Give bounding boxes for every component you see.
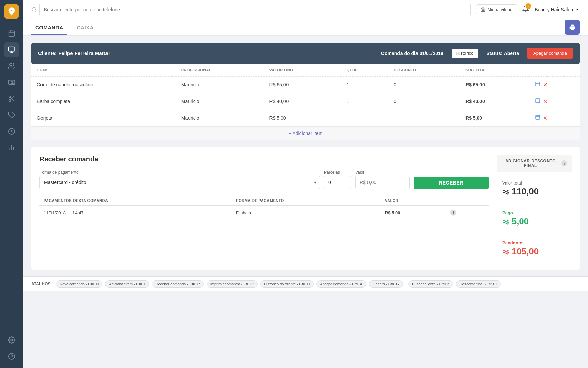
svg-point-17 xyxy=(11,339,13,341)
edit-item-icon[interactable] xyxy=(535,98,540,105)
shortcuts-bar: ATALHOS Nova comanda - Ctrl+N Adicionar … xyxy=(23,276,588,291)
edit-item-icon[interactable] xyxy=(535,81,540,88)
tab-comanda[interactable]: COMANDA xyxy=(31,19,67,35)
item-valor-unit: R$ 5,00 xyxy=(264,110,341,127)
valor-total-card: Valor total R$ 110,00 xyxy=(497,176,572,202)
page-content: COMANDA CAIXA Cliente: Felipe Ferreira M… xyxy=(23,19,588,368)
svg-rect-23 xyxy=(536,82,540,86)
sidebar-item-help[interactable] xyxy=(4,349,19,364)
sidebar-item-pos[interactable] xyxy=(4,42,19,57)
table-row: Corte de cabelo masculino Mauricio R$ 65… xyxy=(31,77,580,93)
historico-button[interactable]: Histórico xyxy=(452,49,478,58)
item-profissional: Mauricio xyxy=(176,77,264,93)
sidebar-item-calendar[interactable] xyxy=(4,26,19,41)
minha-vitrine-button[interactable]: Minha vitrine xyxy=(476,4,517,14)
shortcut-buscar[interactable]: Buscar cliente - Ctrl+B xyxy=(408,280,453,288)
sidebar-item-settings[interactable] xyxy=(4,333,19,348)
page-body: Cliente: Felipe Ferreira Mattar Comanda … xyxy=(23,36,588,276)
tabs-container: COMANDA CAIXA xyxy=(23,19,588,36)
search-bar xyxy=(31,3,471,16)
search-input[interactable] xyxy=(39,3,471,16)
item-valor-unit: R$ 65,00 xyxy=(264,77,341,93)
col-valor-unit: VALOR UNIT. xyxy=(264,64,341,77)
svg-rect-24 xyxy=(536,99,540,103)
payment-method-group: Forma de pagamento Mastercard - crédito xyxy=(39,170,320,189)
sidebar-item-scissors[interactable] xyxy=(4,91,19,106)
item-desconto xyxy=(388,110,460,127)
items-table: ITENS PROFISSIONAL VALOR UNIT. QTDE DESC… xyxy=(31,64,580,126)
shortcut-imprimir[interactable]: Imprimir comanda - Ctrl+P xyxy=(207,280,258,288)
app-logo[interactable] xyxy=(4,4,19,19)
desconto-info-icon[interactable]: i xyxy=(561,160,567,166)
print-button[interactable] xyxy=(565,20,580,35)
apagar-comanda-button[interactable]: Apagar comanda xyxy=(527,48,573,59)
search-icon xyxy=(31,7,37,12)
sidebar xyxy=(0,0,23,368)
delete-item-icon[interactable]: ✕ xyxy=(543,115,548,122)
tab-caixa[interactable]: CAIXA xyxy=(73,19,98,35)
col-itens: ITENS xyxy=(31,64,176,77)
svg-point-5 xyxy=(10,63,12,66)
svg-point-20 xyxy=(32,7,35,11)
shortcut-receber[interactable]: Receber comanda - Ctrl+R xyxy=(152,280,204,288)
receber-button[interactable]: RECEBER xyxy=(414,177,489,189)
parcelas-label: Parcelas xyxy=(324,170,351,175)
shortcut-gorjeta[interactable]: Gorjeta - Ctrl+G xyxy=(369,280,403,288)
delete-item-icon[interactable]: ✕ xyxy=(543,98,548,105)
sidebar-item-analytics[interactable] xyxy=(4,140,19,155)
app-header: Minha vitrine 2 Beauty Hair Salon xyxy=(23,0,588,19)
add-item-button[interactable]: + Adicionar item xyxy=(31,126,580,140)
svg-line-10 xyxy=(12,99,14,101)
item-qtde: 1 xyxy=(341,93,389,110)
payment-date: 11/01/2018 — 14:47 xyxy=(39,206,232,220)
shortcut-apagar[interactable]: Apagar comanda - Ctrl+A xyxy=(316,280,366,288)
sidebar-item-id[interactable] xyxy=(4,75,19,90)
print-icon xyxy=(569,24,576,31)
notification-badge: 2 xyxy=(526,3,531,9)
comanda-info-bar: Cliente: Felipe Ferreira Mattar Comanda … xyxy=(31,43,580,64)
sidebar-item-finance[interactable] xyxy=(4,124,19,139)
item-name: Gorjeta xyxy=(31,110,176,127)
valor-total-value: R$ 110,00 xyxy=(502,186,566,197)
edit-item-icon[interactable] xyxy=(535,115,540,122)
table-row: Barba completa Mauricio R$ 40,00 1 0 R$ … xyxy=(31,93,580,110)
item-desconto: 0 xyxy=(388,77,460,93)
shortcut-desconto[interactable]: Desconto final - Ctrl+D xyxy=(456,280,501,288)
shortcut-historico[interactable]: Histórico do cliente - Ctrl+H xyxy=(260,280,313,288)
chevron-down-icon xyxy=(575,7,580,12)
valor-total-label: Valor total xyxy=(502,180,566,186)
notification-button[interactable]: 2 xyxy=(522,5,529,13)
valor-label: Valor xyxy=(355,170,410,175)
user-menu[interactable]: Beauty Hair Salon xyxy=(535,7,580,12)
item-subtotal: R$ 40,00 xyxy=(460,93,529,110)
pendente-card: Pendente R$ 105,00 xyxy=(497,236,572,261)
receber-left: Receber comanda Forma de pagamento Maste… xyxy=(39,155,489,261)
svg-rect-25 xyxy=(536,115,540,119)
pago-label: Pago xyxy=(502,210,566,215)
salon-name: Beauty Hair Salon xyxy=(535,7,573,12)
svg-rect-22 xyxy=(571,28,574,30)
svg-line-21 xyxy=(35,11,36,12)
shortcut-adicionar-item[interactable]: Adicionar item - Ctrl+I xyxy=(105,280,149,288)
valor-group: Valor xyxy=(355,170,410,189)
parcelas-group: Parcelas xyxy=(324,170,351,189)
pendente-label: Pendente xyxy=(502,240,566,245)
col-profissional: PROFISSIONAL xyxy=(176,64,264,77)
status-info: Status: Aberta xyxy=(486,51,519,56)
summary-panel: ADICIONAR DESCONTO FINAL i Valor total R… xyxy=(497,155,572,261)
desconto-final-button[interactable]: ADICIONAR DESCONTO FINAL i xyxy=(497,155,572,172)
payment-method-select[interactable]: Mastercard - crédito xyxy=(39,176,320,189)
parcelas-input[interactable] xyxy=(324,176,351,189)
delete-item-icon[interactable]: ✕ xyxy=(543,82,548,88)
sidebar-item-products[interactable] xyxy=(4,108,19,123)
receber-section: Receber comanda Forma de pagamento Maste… xyxy=(31,147,580,270)
shortcut-nova-comanda[interactable]: Nova comanda - Ctrl+N xyxy=(56,280,102,288)
item-name: Corte de cabelo masculino xyxy=(31,77,176,93)
payments-col-valor: VALOR xyxy=(381,196,443,206)
payment-info-icon[interactable]: i xyxy=(450,210,456,216)
table-row: Gorjeta Mauricio R$ 5,00 R$ 5,00 xyxy=(31,110,580,127)
sidebar-item-clients[interactable] xyxy=(4,59,19,74)
valor-input[interactable] xyxy=(355,176,410,189)
col-desconto: DESCONTO xyxy=(388,64,460,77)
payment-method-select-wrapper: Mastercard - crédito xyxy=(39,176,320,189)
